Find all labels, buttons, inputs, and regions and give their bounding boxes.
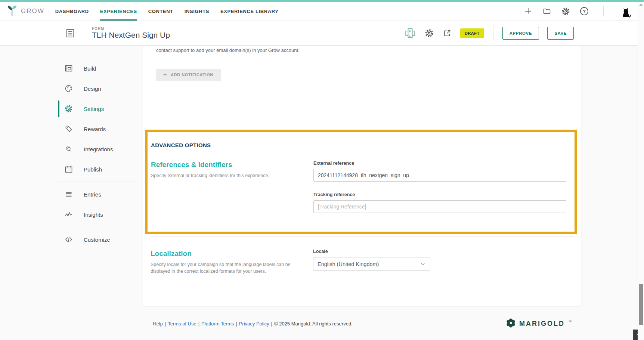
grow-plant-icon bbox=[7, 4, 18, 18]
header-divider bbox=[603, 6, 604, 16]
footer-links: Help|Terms of Use|Platform Terms|Privacy… bbox=[153, 321, 353, 327]
sidebar-item-label: Entries bbox=[84, 191, 101, 198]
create-new-icon[interactable] bbox=[523, 6, 533, 16]
plus-icon: + bbox=[163, 73, 167, 77]
scrollbar-up-arrow[interactable] bbox=[639, 3, 643, 6]
sidebar-item-label: Design bbox=[84, 86, 101, 92]
footer-copyright: © 2025 Marigold. All rights reserved. bbox=[274, 321, 353, 327]
experience-type-label: FORM bbox=[92, 27, 170, 31]
sidebar-item-label: Customize bbox=[84, 237, 110, 243]
experience-title: TLH NextGen Sign Up bbox=[92, 31, 170, 40]
page-footer: Help|Terms of Use|Platform Terms|Privacy… bbox=[143, 315, 581, 332]
sidebar-item-insights[interactable]: Insights bbox=[64, 204, 143, 225]
tracking-reference-label: Tracking reference bbox=[313, 192, 566, 197]
chevron-down-icon bbox=[420, 261, 426, 267]
header-divider bbox=[50, 6, 50, 16]
sidebar-divider bbox=[58, 182, 137, 182]
gear-icon bbox=[64, 104, 74, 114]
experience-settings-gear-icon[interactable] bbox=[424, 28, 434, 38]
settings-content-card: contact support to add your email domain… bbox=[143, 46, 581, 306]
sidebar-item-label: Insights bbox=[84, 211, 103, 218]
references-description: Specify external or tracking identifiers… bbox=[151, 173, 313, 179]
scrollbar-thumb[interactable] bbox=[639, 284, 643, 325]
footer-separator: | bbox=[271, 321, 272, 327]
external-reference-label: External reference bbox=[313, 161, 566, 166]
footer-link-platform-terms[interactable]: Platform Terms bbox=[201, 321, 234, 327]
settings-gear-icon[interactable] bbox=[561, 6, 570, 16]
form-header-bar: FORM TLH NextGen Sign Up DRAFT bbox=[0, 21, 644, 46]
references-identifiers-heading: References & Identifiers bbox=[151, 161, 313, 169]
add-notification-button[interactable]: + ADD NOTIFICATION bbox=[156, 69, 221, 81]
add-notification-label: ADD NOTIFICATION bbox=[171, 72, 213, 77]
localization-description: Specify locale for your campaign so that… bbox=[151, 262, 292, 275]
sidebar-item-entries[interactable]: Entries bbox=[64, 184, 143, 204]
sidebar-item-label: Rewards bbox=[84, 126, 106, 132]
status-badge: DRAFT bbox=[460, 28, 484, 38]
nav-dashboard[interactable]: DASHBOARD bbox=[55, 2, 89, 21]
sidebar-item-label: Publish bbox=[84, 166, 102, 173]
nav-experience-library[interactable]: EXPERIENCE LIBRARY bbox=[220, 2, 279, 21]
top-navigation-bar: GROW DASHBOARD EXPERIENCES CONTENT INSIG… bbox=[0, 0, 644, 21]
preview-device-icon[interactable] bbox=[404, 27, 416, 39]
footer-separator: | bbox=[236, 321, 237, 327]
form-list-icon[interactable] bbox=[65, 28, 76, 39]
form-header-divider bbox=[493, 25, 493, 41]
nav-content[interactable]: CONTENT bbox=[148, 2, 173, 21]
notifications-notice-text: contact support to add your email domain… bbox=[156, 47, 300, 53]
advanced-options-highlight-box: ADVANCED OPTIONS References & Identifier… bbox=[145, 130, 577, 234]
footer-link-privacy-policy[interactable]: Privacy Policy bbox=[239, 321, 269, 327]
calendar-icon bbox=[64, 164, 74, 174]
advanced-options-title: ADVANCED OPTIONS bbox=[151, 142, 567, 148]
sidebar-item-customize[interactable]: Customize bbox=[64, 229, 143, 250]
nav-experiences[interactable]: EXPERIENCES bbox=[100, 2, 137, 21]
marigold-flower-icon bbox=[506, 318, 516, 330]
save-button[interactable]: SAVE bbox=[547, 27, 574, 40]
sidebar-item-rewards[interactable]: Rewards bbox=[64, 119, 143, 139]
footer-link-terms-of-use[interactable]: Terms of Use bbox=[168, 321, 196, 327]
sidebar-item-settings[interactable]: Settings bbox=[64, 99, 143, 119]
sidebar-item-label: Settings bbox=[84, 106, 104, 112]
tracking-reference-input[interactable] bbox=[313, 200, 566, 213]
help-icon[interactable]: ? bbox=[579, 6, 589, 16]
vertical-scrollbar[interactable] bbox=[638, 2, 644, 340]
sidebar-item-integrations[interactable]: Integrations bbox=[64, 139, 143, 159]
footer-separator: | bbox=[165, 321, 166, 327]
sidebar-item-publish[interactable]: Publish bbox=[64, 159, 143, 179]
approve-button[interactable]: APPROVE bbox=[502, 27, 539, 40]
primary-nav: DASHBOARD EXPERIENCES CONTENT INSIGHTS E… bbox=[55, 2, 279, 21]
user-avatar-cat[interactable] bbox=[618, 3, 633, 19]
folder-icon[interactable] bbox=[542, 6, 552, 16]
palette-icon bbox=[64, 84, 74, 93]
page-body: Build Design Settings Rewards Integratio… bbox=[0, 46, 644, 340]
code-icon bbox=[64, 235, 74, 244]
external-reference-input[interactable] bbox=[313, 169, 566, 182]
locale-selected-value: English (United Kingdom) bbox=[318, 261, 379, 267]
sidebar-item-build[interactable]: Build bbox=[64, 58, 143, 78]
footer-link-help[interactable]: Help bbox=[153, 321, 163, 327]
pulse-icon bbox=[64, 210, 74, 219]
build-icon bbox=[64, 64, 74, 73]
grow-brand[interactable]: GROW bbox=[7, 4, 44, 18]
section-divider bbox=[151, 236, 574, 237]
marigold-wordmark: MARIGOLD bbox=[519, 320, 565, 328]
plug-icon bbox=[64, 144, 74, 154]
open-external-icon[interactable] bbox=[442, 28, 452, 38]
brand-name: GROW bbox=[21, 7, 44, 15]
help-glyph: ? bbox=[583, 9, 586, 14]
sidebar-item-label: Build bbox=[84, 65, 96, 72]
sidebar-item-design[interactable]: Design bbox=[64, 78, 143, 99]
locale-label: Locale bbox=[313, 249, 430, 254]
sidebar-item-label: Integrations bbox=[84, 146, 113, 152]
nav-insights[interactable]: INSIGHTS bbox=[185, 2, 209, 21]
localization-heading: Localization bbox=[151, 250, 292, 258]
locale-select[interactable]: English (United Kingdom) bbox=[313, 257, 430, 271]
form-header-divider bbox=[84, 25, 84, 41]
experience-sidebar: Build Design Settings Rewards Integratio… bbox=[0, 46, 143, 250]
marigold-brand: MARIGOLD™ bbox=[506, 318, 572, 330]
sidebar-divider bbox=[58, 227, 137, 227]
footer-separator: | bbox=[198, 321, 199, 327]
tag-icon bbox=[64, 124, 74, 134]
list-lines-icon bbox=[64, 189, 74, 199]
trademark-symbol: ™ bbox=[569, 320, 572, 323]
